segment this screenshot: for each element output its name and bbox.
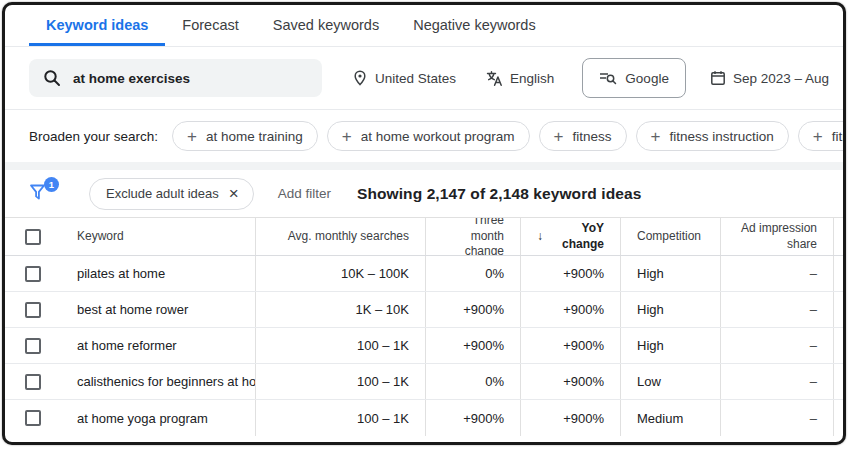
select-all-checkbox[interactable] [25,229,41,245]
cell-avg-monthly-searches: 100 – 1K [255,364,425,399]
row-checkbox[interactable] [25,266,41,282]
header-yoy-label: YoY change [548,221,604,252]
tab-keyword-ideas[interactable]: Keyword ideas [29,5,165,46]
cell-spacer [833,256,846,291]
cell-avg-monthly-searches: 100 – 1K [255,400,425,436]
header-ad-impression-share[interactable]: Ad impression share [720,218,833,255]
search-network-icon [599,70,617,86]
cell-keyword: at home reformer [61,328,255,363]
cell-yoy-change: +900% [520,364,620,399]
cell-three-month-change: +900% [425,328,520,363]
cell-avg-monthly-searches: 100 – 1K [255,328,425,363]
broaden-chip-fitness-classes[interactable]: +fitness classes [798,121,846,151]
cell-competition: Low [620,364,720,399]
row-checkbox[interactable] [25,410,41,426]
add-filter-button[interactable]: Add filter [278,186,331,201]
cell-competition: High [620,292,720,327]
plus-icon: + [651,128,661,145]
cell-competition: Medium [620,400,720,436]
cell-keyword: at home yoga program [61,400,255,436]
cell-ad-impression-share: – [720,292,833,327]
cell-avg-monthly-searches: 1K – 10K [255,292,425,327]
cell-avg-monthly-searches: 10K – 100K [255,256,425,291]
chip-label: fitness instruction [670,129,774,144]
plus-icon: + [813,128,823,145]
search-query-text: at home exercises [73,71,190,86]
cell-keyword: calisthenics for beginners at home [61,364,255,399]
calendar-icon [710,70,726,86]
network-selector[interactable]: Google [582,58,686,98]
location-selector[interactable]: United States [352,70,456,86]
row-checkbox[interactable] [25,302,41,318]
header-spacer [833,218,846,255]
close-icon[interactable]: × [229,185,239,202]
tab-negative-keywords[interactable]: Negative keywords [396,5,553,46]
search-icon [43,69,61,87]
search-toolbar: at home exercises United States English … [5,47,843,110]
table-row[interactable]: at home yoga program 100 – 1K +900% +900… [5,400,843,436]
chip-label: at home workout program [361,129,515,144]
language-selector[interactable]: English [486,70,554,87]
cell-ad-impression-share: – [720,328,833,363]
filter-count-badge: 1 [44,177,59,192]
table-row[interactable]: calisthenics for beginners at home 100 –… [5,364,843,400]
plus-icon: + [554,128,564,145]
chip-label: fitness classes [832,129,846,144]
row-checkbox[interactable] [25,338,41,354]
keyword-planner-window: Keyword ideas Forecast Saved keywords Ne… [2,2,846,445]
filter-chip-label: Exclude adult ideas [106,186,219,201]
cell-spacer [833,364,846,399]
filter-button[interactable]: 1 [27,181,53,207]
tab-bar: Keyword ideas Forecast Saved keywords Ne… [5,5,843,47]
cell-yoy-change: +900% [520,292,620,327]
cell-spacer [833,328,846,363]
translate-icon [486,70,503,87]
sort-desc-icon: ↓ [537,229,543,245]
broaden-search-row: Broaden your search: +at home training +… [5,110,843,162]
broaden-chip-at-home-training[interactable]: +at home training [172,121,318,151]
results-count-text: Showing 2,147 of 2,148 keyword ideas [357,185,641,203]
cell-ad-impression-share: – [720,364,833,399]
row-checkbox[interactable] [25,374,41,390]
table-row[interactable]: best at home rower 1K – 10K +900% +900% … [5,292,843,328]
cell-keyword: pilates at home [61,256,255,291]
cell-ad-impression-share: – [720,400,833,436]
table-row[interactable]: at home reformer 100 – 1K +900% +900% Hi… [5,328,843,364]
cell-spacer [833,292,846,327]
broaden-chip-fitness[interactable]: +fitness [539,121,627,151]
tab-forecast[interactable]: Forecast [165,5,255,46]
header-competition[interactable]: Competition [620,218,720,255]
table-header-row: Keyword Avg. monthly searches Three mont… [5,218,843,256]
cell-yoy-change: +900% [520,328,620,363]
chip-label: at home training [206,129,303,144]
header-checkbox-cell [5,218,61,255]
cell-competition: High [620,328,720,363]
cell-competition: High [620,256,720,291]
network-label: Google [625,71,669,86]
language-label: English [510,71,554,86]
plus-icon: + [342,128,352,145]
date-range-selector[interactable]: Sep 2023 – Aug [710,70,829,86]
cell-three-month-change: +900% [425,292,520,327]
cell-keyword: best at home rower [61,292,255,327]
tab-saved-keywords[interactable]: Saved keywords [256,5,396,46]
header-avg-monthly-searches[interactable]: Avg. monthly searches [255,218,425,255]
date-range-label: Sep 2023 – Aug [733,71,829,86]
header-yoy-change[interactable]: ↓YoY change [520,218,620,255]
cell-three-month-change: 0% [425,256,520,291]
table-row[interactable]: pilates at home 10K – 100K 0% +900% High… [5,256,843,292]
section-divider-band [5,162,843,170]
cell-three-month-change: +900% [425,400,520,436]
keyword-search-input[interactable]: at home exercises [29,59,322,97]
broaden-chip-at-home-workout-program[interactable]: +at home workout program [327,121,530,151]
cell-spacer [833,400,846,436]
header-keyword[interactable]: Keyword [61,218,255,255]
broaden-chip-fitness-instruction[interactable]: +fitness instruction [636,121,789,151]
chip-label: fitness [573,129,612,144]
cell-yoy-change: +900% [520,400,620,436]
header-three-month-change[interactable]: Three month change [425,218,520,255]
exclude-adult-ideas-chip[interactable]: Exclude adult ideas × [89,178,254,210]
location-pin-icon [352,70,368,86]
keyword-ideas-table: Keyword Avg. monthly searches Three mont… [5,217,843,436]
broaden-label: Broaden your search: [29,129,158,144]
